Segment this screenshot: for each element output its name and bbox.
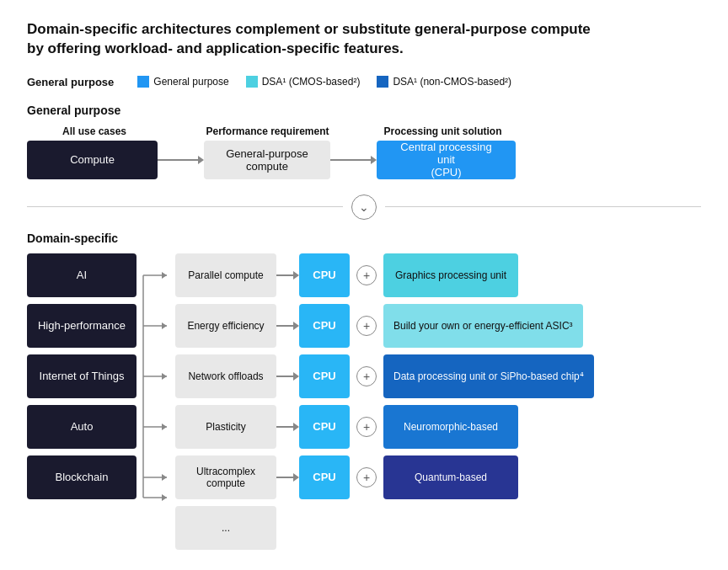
ds-plus-4: + xyxy=(356,467,377,487)
ds-cpu-1: CPU xyxy=(299,304,350,348)
divider-line-right xyxy=(385,206,701,207)
legend-box-dsa-noncmos xyxy=(377,76,388,88)
ds-middle-1: Energy efficiency xyxy=(175,304,276,348)
legend-item-dsa-cmos: DSA¹ (CMOS-based²) xyxy=(246,76,361,88)
bracket-connector xyxy=(136,253,175,522)
ds-box-auto: Auto xyxy=(27,405,136,449)
ds-plus-0: + xyxy=(356,265,377,285)
ds-cpu-3: CPU xyxy=(299,405,350,449)
svg-marker-12 xyxy=(162,494,167,501)
bracket-svg xyxy=(136,253,175,519)
gp-compute-box: Compute xyxy=(27,141,158,179)
gp-perf-box: General-purpose compute xyxy=(204,141,330,179)
ds-row-4: Ultracomplex compute CPU + Quantum-based xyxy=(175,455,594,499)
ds-box-ai: AI xyxy=(27,253,136,297)
ds-plus-3: + xyxy=(356,417,377,437)
section-divider: ⌄ xyxy=(27,194,701,220)
ds-plus-1: + xyxy=(356,316,377,336)
ds-middle-3: Plasticity xyxy=(175,405,276,449)
ds-arrow-mid-0 xyxy=(276,271,299,280)
legend-item-gp: General purpose xyxy=(137,76,228,88)
svg-marker-8 xyxy=(162,322,167,329)
gp-col1-header: All use cases xyxy=(27,125,162,137)
ds-section-label: Domain-specific xyxy=(27,232,701,245)
ds-row-0: Parallel compute CPU + Graphics processi… xyxy=(175,253,594,297)
ds-row-3: Plasticity CPU + Neuromorphic-based xyxy=(175,405,594,449)
ds-result-0: Graphics processing unit xyxy=(383,253,518,297)
legend-label-dsa-cmos: DSA¹ (CMOS-based²) xyxy=(262,76,361,88)
ds-left-column: AI High-performance Internet of Things A… xyxy=(27,253,136,499)
ds-middle-2: Network offloads xyxy=(175,354,276,398)
ds-section: AI High-performance Internet of Things A… xyxy=(27,253,701,550)
ds-cpu-2: CPU xyxy=(299,354,350,398)
ds-result-2: Data processing unit or SiPho-based chip… xyxy=(383,354,594,398)
ds-result-4: Quantum-based xyxy=(383,455,518,499)
main-title: Domain-specific architectures complement… xyxy=(27,20,600,59)
ds-arrow-mid-1 xyxy=(276,322,299,330)
legend-box-dsa-cmos xyxy=(246,76,258,88)
legend-row: General purpose General purpose DSA¹ (CM… xyxy=(27,76,701,88)
gp-arrow2 xyxy=(330,156,377,164)
legend-item-dsa-noncmos: DSA¹ (non-CMOS-based²) xyxy=(377,76,511,88)
legend-label-dsa-noncmos: DSA¹ (non-CMOS-based²) xyxy=(393,76,511,88)
divider-circle: ⌄ xyxy=(351,194,377,220)
ds-plus-2: + xyxy=(356,366,377,386)
ds-box-highperf: High-performance xyxy=(27,304,136,348)
ds-row-5: ... xyxy=(175,506,594,550)
ds-box-blockchain: Blockchain xyxy=(27,455,136,499)
ds-rows: Parallel compute CPU + Graphics processi… xyxy=(175,253,594,550)
gp-col2-header: Performance requirement xyxy=(202,125,333,137)
ds-arrow-mid-4 xyxy=(276,473,299,482)
ds-arrow-mid-3 xyxy=(276,423,299,431)
ds-middle-0: Parallel compute xyxy=(175,253,276,297)
ds-middle-5: ... xyxy=(175,506,276,550)
ds-result-3: Neuromorphic-based xyxy=(383,405,518,449)
legend-label-gp: General purpose xyxy=(153,76,228,88)
svg-marker-10 xyxy=(162,424,167,430)
ds-result-1: Build your own or energy-efficient ASIC³ xyxy=(383,304,583,348)
ds-cpu-0: CPU xyxy=(299,253,350,297)
gp-arrow1 xyxy=(158,156,204,164)
ds-row-2: Network offloads CPU + Data processing u… xyxy=(175,354,594,398)
ds-cpu-4: CPU xyxy=(299,455,350,499)
legend-box-gp xyxy=(137,76,149,88)
gp-cpu-box: Central processing unit (CPU) xyxy=(377,141,516,179)
ds-row-1: Energy efficiency CPU + Build your own o… xyxy=(175,304,594,348)
divider-line-left xyxy=(27,206,343,207)
gp-section-label: General purpose xyxy=(27,104,701,117)
svg-marker-9 xyxy=(162,373,167,380)
legend-gp-label: General purpose xyxy=(27,76,114,88)
ds-arrow-mid-2 xyxy=(276,372,299,381)
ds-box-iot: Internet of Things xyxy=(27,354,136,398)
gp-col3-header: Processing unit solution xyxy=(373,125,512,137)
svg-marker-7 xyxy=(162,272,167,279)
svg-marker-11 xyxy=(162,474,167,481)
gp-flow: Compute General-purpose compute Central … xyxy=(27,141,701,179)
ds-middle-4: Ultracomplex compute xyxy=(175,455,276,499)
